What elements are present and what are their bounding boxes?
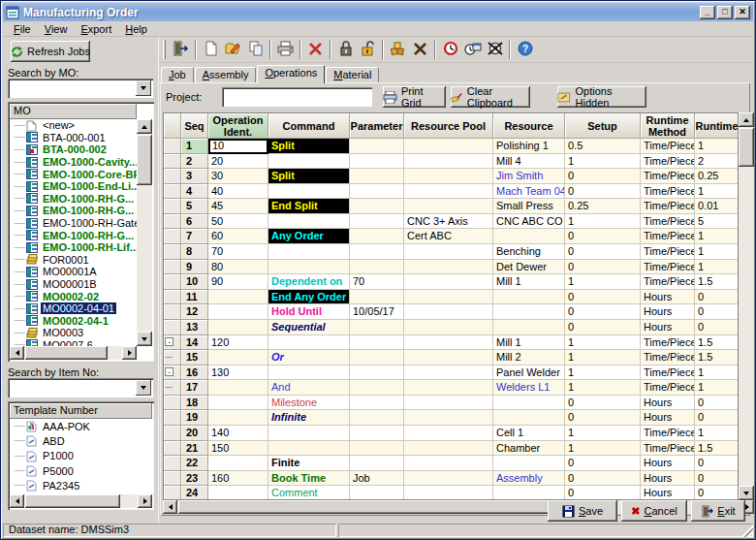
resource-pool-cell[interactable] (404, 139, 493, 154)
resource-pool-cell[interactable] (404, 426, 493, 441)
command-cell[interactable]: And (268, 380, 350, 396)
mo-tree-item[interactable]: ──MO0002-04-01 (10, 302, 137, 315)
runtime-method-cell[interactable]: Time/Piece (641, 380, 695, 396)
exit-toolbar-button[interactable] (170, 39, 192, 60)
row-indicator-cell[interactable] (164, 350, 181, 365)
tab-material[interactable]: Material (326, 67, 379, 83)
setup-cell[interactable]: 0 (565, 471, 641, 487)
row-indicator-cell[interactable] (164, 199, 181, 214)
parameter-cell[interactable]: 10/05/17 (350, 304, 404, 320)
command-cell[interactable]: End Split (268, 199, 350, 214)
resource-pool-cell[interactable] (404, 396, 493, 411)
runtime-method-cell[interactable]: Time/Piece (641, 139, 695, 154)
print-toolbar-button[interactable] (274, 39, 297, 60)
setup-cell[interactable]: 1 (565, 441, 641, 457)
runtime-cell[interactable]: 0 (695, 410, 739, 426)
print-grid-button[interactable]: Print Grid (383, 86, 446, 108)
row-indicator-cell[interactable] (164, 244, 181, 260)
mo-tree-item[interactable]: ──MO00001B (10, 278, 137, 291)
operation-ident-cell[interactable]: 160 (208, 471, 268, 487)
seq-cell[interactable]: 20 (181, 426, 208, 441)
resource-pool-cell[interactable] (404, 441, 493, 457)
command-cell[interactable]: Dependent on (268, 274, 350, 290)
setup-cell[interactable]: 1 (565, 274, 641, 290)
resource-cell[interactable]: Mill 1 (493, 274, 565, 290)
mo-tree-item[interactable]: ──MO0002-04-1 (10, 315, 137, 328)
edit-toolbar-button[interactable] (222, 39, 244, 60)
operation-ident-cell[interactable] (208, 290, 268, 305)
resource-cell[interactable] (493, 304, 565, 320)
unlock-toolbar-button[interactable] (357, 39, 379, 60)
column-header-blank[interactable] (164, 113, 181, 139)
seq-cell[interactable]: 13 (181, 320, 208, 335)
mo-tree-item[interactable]: ──EMO-1000-RH-G... (10, 205, 137, 217)
resource-cell[interactable]: Benching (493, 244, 565, 260)
template-list-header[interactable]: Template Number (10, 403, 152, 419)
scroll-right-button[interactable] (122, 346, 137, 360)
operation-ident-cell[interactable]: 10 (208, 139, 268, 154)
row-indicator-cell[interactable] (164, 304, 181, 320)
command-cell[interactable] (268, 441, 350, 457)
operation-ident-cell[interactable]: 60 (208, 229, 268, 244)
menu-item-view[interactable]: View (38, 22, 75, 36)
resource-pool-cell[interactable] (404, 184, 493, 200)
command-cell[interactable]: Split (268, 139, 350, 154)
tab-operations[interactable]: Operations (257, 65, 325, 83)
scroll-thumb[interactable] (25, 346, 108, 360)
menu-item-file[interactable]: File (7, 22, 38, 36)
setup-cell[interactable]: 0 (565, 229, 641, 244)
exit-button[interactable]: Exit (691, 500, 745, 522)
operation-ident-cell[interactable]: 90 (208, 274, 268, 290)
tree-expander-icon[interactable]: - (165, 337, 173, 346)
row-indicator-cell[interactable] (164, 471, 181, 487)
operation-ident-cell[interactable] (208, 396, 268, 411)
cancel-button[interactable]: ✖ Cancel (621, 500, 687, 522)
close-button[interactable]: ✕ (735, 6, 750, 19)
row-indicator-cell[interactable]: - (164, 365, 181, 381)
resource-cell[interactable]: CNC ABC CO 3 ... (493, 214, 565, 230)
help-toolbar-button[interactable]: ? (514, 39, 536, 60)
scroll-right-button[interactable] (138, 494, 152, 508)
column-header-operation-ident-[interactable]: Operation Ident. (208, 113, 268, 139)
row-indicator-cell[interactable]: - (164, 335, 181, 351)
mo-tree-item[interactable]: ──EMO-1000-End-Li... (10, 180, 137, 193)
resize-grip[interactable] (741, 525, 753, 537)
resource-cell[interactable] (493, 320, 565, 335)
column-header-setup[interactable]: Setup (565, 113, 641, 139)
setup-cell[interactable]: 1 (565, 365, 641, 381)
setup-cell[interactable]: 0 (565, 320, 641, 335)
setup-cell[interactable]: 0 (565, 260, 641, 275)
resource-pool-cell[interactable] (404, 350, 493, 365)
parameter-cell[interactable] (350, 290, 404, 305)
operation-ident-cell[interactable]: 30 (208, 169, 268, 184)
resource-pool-cell[interactable] (404, 260, 493, 275)
row-indicator-cell[interactable] (164, 290, 181, 305)
runtime-method-cell[interactable]: Hours (641, 410, 695, 426)
setup-cell[interactable]: 0 (565, 184, 641, 200)
template-item[interactable]: ──ABD (10, 433, 152, 448)
row-indicator-cell[interactable] (164, 274, 181, 290)
resource-cell[interactable]: Mach Team 04 (493, 184, 565, 200)
row-indicator-cell[interactable] (164, 380, 181, 396)
operation-ident-cell[interactable] (208, 380, 268, 396)
runtime-method-cell[interactable]: Time/Piece (641, 274, 695, 290)
seq-cell[interactable]: 10 (181, 274, 208, 290)
seq-cell[interactable]: 16 (181, 365, 208, 381)
scroll-thumb[interactable] (739, 128, 754, 167)
template-item[interactable]: ──PA2345 (10, 478, 152, 492)
resource-pool-cell[interactable] (404, 365, 493, 381)
row-indicator-cell[interactable] (164, 184, 181, 200)
resource-pool-cell[interactable] (404, 199, 493, 214)
operation-ident-cell[interactable] (208, 320, 268, 335)
resource-cell[interactable] (493, 456, 565, 471)
parameter-cell[interactable] (350, 260, 404, 275)
scroll-thumb[interactable] (25, 494, 120, 508)
resource-pool-cell[interactable] (404, 154, 493, 170)
command-cell[interactable]: Hold Until (268, 304, 350, 320)
template-horizontal-scrollbar[interactable] (10, 494, 152, 508)
setup-cell[interactable]: 1 (565, 214, 641, 230)
runtime-method-cell[interactable]: Time/Piece (641, 184, 695, 200)
parameter-cell[interactable] (350, 169, 404, 184)
setup-cell[interactable]: 0 (565, 396, 641, 411)
parameter-cell[interactable] (350, 199, 404, 214)
